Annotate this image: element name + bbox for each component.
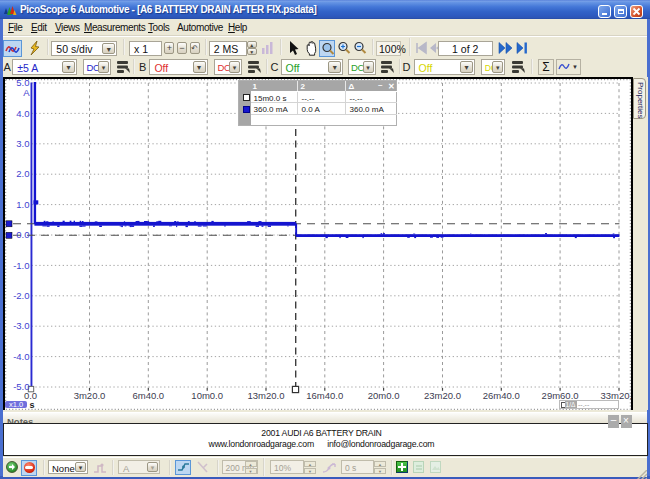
svg-text:3.0: 3.0 <box>16 138 29 149</box>
svg-text:29m60.0: 29m60.0 <box>541 389 578 400</box>
svg-text:-2.0: -2.0 <box>13 290 29 301</box>
svg-text:A: A <box>23 87 30 98</box>
svg-text:0.0: 0.0 <box>16 229 29 240</box>
svg-text:-1.0: -1.0 <box>13 259 29 270</box>
svg-text:23m20.0: 23m20.0 <box>424 389 461 400</box>
svg-text:4.0: 4.0 <box>16 107 29 118</box>
svg-text:33m20.0: 33m20.0 <box>600 389 630 400</box>
svg-text:2.0: 2.0 <box>16 168 29 179</box>
svg-text:20m0.0: 20m0.0 <box>367 389 399 400</box>
svg-text:1.0: 1.0 <box>16 198 29 209</box>
svg-text:13m20.0: 13m20.0 <box>247 389 284 400</box>
svg-text:6m40.0: 6m40.0 <box>132 389 164 400</box>
svg-text:16m40.0: 16m40.0 <box>306 389 343 400</box>
svg-text:-3.0: -3.0 <box>13 320 29 331</box>
svg-text:3m20.0: 3m20.0 <box>73 389 105 400</box>
svg-text:26m40.0: 26m40.0 <box>482 389 519 400</box>
svg-text:-4.0: -4.0 <box>13 350 29 361</box>
svg-text:10m0.0: 10m0.0 <box>191 389 223 400</box>
